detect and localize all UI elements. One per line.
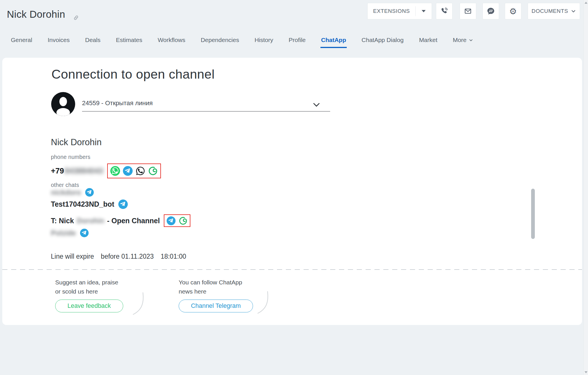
chat-row: nickdoro [51,188,94,197]
select-underline [82,111,330,111]
tab-market[interactable]: Market [419,37,437,48]
tab-dependencies[interactable]: Dependencies [201,37,239,48]
whatsapp-filled-icon[interactable] [110,166,120,176]
documents-label: DOCUMENTS [532,8,568,14]
extensions-button[interactable]: EXTENSIONS [367,3,432,19]
phone-masked-digits: 843884043 [65,167,103,175]
tab-more[interactable]: More [453,37,473,48]
chat-exchange-icon [487,7,495,15]
chatapp-panel: Connection to open channel 24559 - Откры… [2,58,582,325]
settings-button[interactable]: ⚙ [505,3,521,19]
leave-feedback-button[interactable]: Leave feedback [55,300,123,312]
chat-name-masked: nickdoro [51,188,81,197]
chat-name-suffix: - Open Channel [107,217,160,225]
chevron-down-icon [571,9,576,14]
crm-contact-page: Nick Dorohin EXTENSIONS [0,0,588,375]
chat-row: Test170423ND_bot [51,200,128,209]
phone-icon [440,7,448,15]
contact-name: Nick Dorohin [51,137,101,147]
other-chats-label: other chats [51,182,79,188]
telegram-icon[interactable] [85,188,94,197]
channel-avatar [51,92,75,116]
chat-name-masked: Dorohin [77,217,104,225]
scroll-up-arrow[interactable] [585,2,587,4]
chat-messengers-highlight-box [164,214,190,227]
page-scrollbar[interactable] [583,0,588,375]
email-button[interactable] [460,3,476,19]
channel-telegram-button[interactable]: Channel Telegram [179,300,253,312]
panel-heading: Connection to open channel [51,67,215,82]
tab-general[interactable]: General [11,37,32,48]
tab-invoices[interactable]: Invoices [48,37,70,48]
chat-name-masked: Polzide [51,229,76,237]
extensions-label: EXTENSIONS [368,8,415,14]
chat-name-prefix: T: Nick [51,217,74,225]
open-line-selected-value: 24559 - Открытая линия [82,98,330,107]
tab-profile[interactable]: Profile [289,37,306,48]
dashed-divider [2,269,582,270]
open-line-select[interactable]: 24559 - Открытая линия [82,98,330,112]
chat-name: Test170423ND_bot [51,200,114,208]
decorative-curve [131,292,149,319]
channel-telegram-label: Channel Telegram [191,302,241,310]
tab-deals[interactable]: Deals [85,37,101,48]
tab-bar: General Invoices Deals Estimates Workflo… [11,37,473,48]
decorative-curve [256,291,273,318]
call-button[interactable] [436,3,453,19]
extensions-dropdown-arrow[interactable] [416,10,432,12]
mail-icon [464,7,472,15]
page-title: Nick Dorohin [7,9,65,20]
gear-icon: ⚙ [509,6,517,16]
scroll-down-arrow[interactable] [585,371,587,373]
leave-feedback-label: Leave feedback [67,302,111,310]
telegram-icon[interactable] [80,229,89,237]
phone-prefix: +79 [51,167,64,175]
phone-messengers-highlight-box [107,163,161,178]
inner-scrollbar-thumb[interactable] [531,189,535,239]
tab-chatapp[interactable]: ChatApp [321,37,346,48]
tab-workflows[interactable]: Workflows [158,37,185,48]
copy-link-icon[interactable] [73,15,79,22]
line-expire-row: Line will expire before 01.11.2023 18:01… [51,253,186,260]
telegram-icon[interactable] [118,200,128,209]
news-text: You can follow ChatApp news here [179,278,253,296]
triangle-down-icon [422,10,426,12]
expire-date: before 01.11.2023 [101,253,154,260]
chat-row: Polzide [51,229,89,237]
whatsapp-outline-icon[interactable] [135,166,145,176]
expire-time: 18:01:00 [161,253,186,260]
chatapp-icon[interactable] [179,216,188,225]
telegram-icon[interactable] [167,216,176,225]
phones-label: phone numbers [51,154,90,160]
tab-estimates[interactable]: Estimates [116,37,142,48]
telegram-icon[interactable] [123,166,133,176]
phone-row: +79 843884043 [51,163,161,179]
chevron-down-icon [469,38,473,42]
expire-label: Line will expire [51,253,94,260]
chevron-down-icon[interactable] [312,100,321,110]
tab-chatapp-dialog[interactable]: ChatApp Dialog [362,37,404,48]
documents-button[interactable]: DOCUMENTS [528,3,580,19]
feedback-text: Suggest an idea, praise or scold us here [55,278,122,296]
chatapp-icon[interactable] [148,166,158,176]
chat-row-open-channel: T: Nick Dorohin - Open Channel [51,214,190,227]
messenger-button[interactable] [483,3,499,19]
tab-history[interactable]: History [254,37,273,48]
